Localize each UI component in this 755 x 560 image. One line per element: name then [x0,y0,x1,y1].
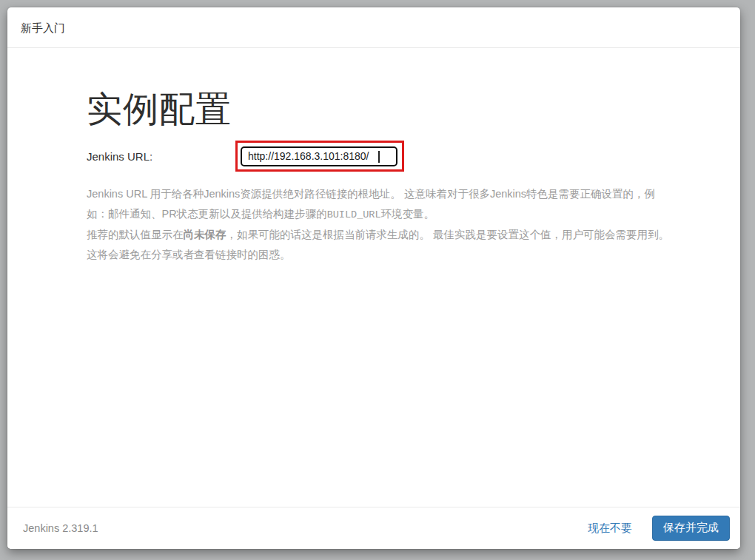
jenkins-url-help-text: Jenkins URL 用于给各种Jenkins资源提供绝对路径链接的根地址。 … [87,184,673,265]
jenkins-url-form-row: Jenkins URL: [87,146,671,166]
not-now-link[interactable]: 现在不要 [588,522,632,536]
save-and-finish-button[interactable]: 保存并完成 [652,516,730,541]
build-url-code: BUILD_URL [327,209,381,220]
dialog-body: 实例配置 Jenkins URL: Jenkins URL 用于给各种Jenki… [7,48,740,265]
help-p1-tail: 环境变量。 [381,208,435,220]
dialog-header: 新手入门 [7,7,740,48]
dialog-footer: Jenkins 2.319.1 现在不要 保存并完成 [7,507,740,549]
text-cursor [378,151,380,163]
jenkins-url-input[interactable] [241,146,397,166]
page-title: 实例配置 [87,90,671,129]
help-paragraph-2: 推荐的默认值显示在尚未保存，如果可能的话这是根据当前请求生成的。 最佳实践是要设… [87,225,673,265]
dialog-title: 新手入门 [21,21,65,34]
help-paragraph-1: Jenkins URL 用于给各种Jenkins资源提供绝对路径链接的根地址。 … [87,184,673,225]
help-p2-bold: 尚未保存 [184,229,226,240]
help-p2-text: 推荐的默认值显示在 [87,229,184,240]
jenkins-url-label: Jenkins URL: [87,150,241,163]
jenkins-url-input-wrapper [241,146,397,166]
setup-wizard-dialog: 新手入门 实例配置 Jenkins URL: Jenkins URL 用于给各种… [7,7,740,549]
jenkins-version-label: Jenkins 2.319.1 [23,522,98,534]
